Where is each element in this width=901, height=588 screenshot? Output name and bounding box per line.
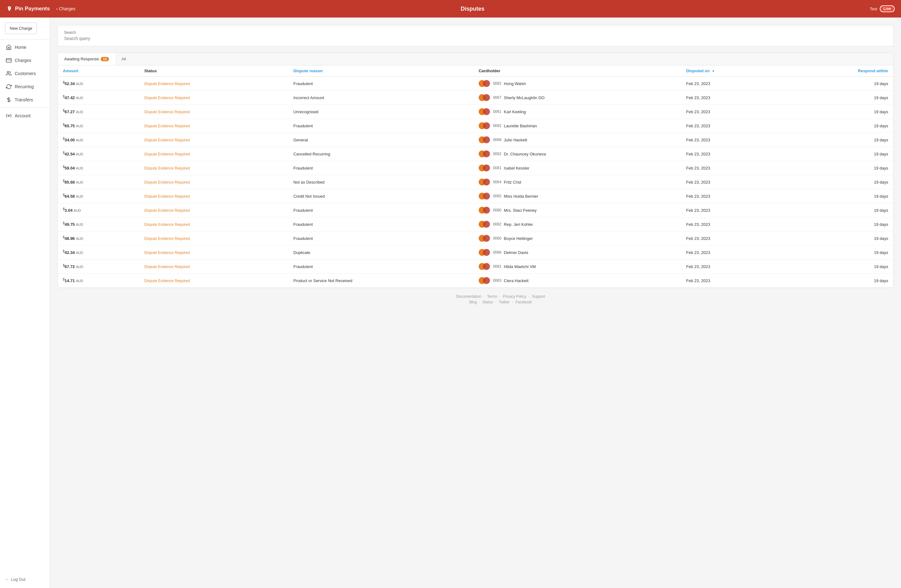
cell-date: Feb 23, 2023 bbox=[681, 189, 785, 203]
cell-cardholder: 0068 Julio Hackett bbox=[474, 133, 681, 147]
svg-point-4 bbox=[8, 115, 10, 117]
col-amount[interactable]: Amount bbox=[58, 65, 139, 77]
cardholder-name: Julio Hackett bbox=[504, 138, 527, 142]
tab-awaiting-response[interactable]: Awaiting Response 15 bbox=[58, 53, 115, 65]
footer-link-terms[interactable]: Terms bbox=[487, 294, 497, 299]
sidebar-label-customers: Customers bbox=[15, 71, 36, 76]
table-row[interactable]: $48.96 AUD Dispute Evidence Required Fra… bbox=[58, 232, 893, 246]
live-badge[interactable]: Live bbox=[880, 5, 895, 12]
cell-status: Dispute Evidence Required bbox=[139, 105, 288, 119]
cell-status: Dispute Evidence Required bbox=[139, 161, 288, 175]
table-row[interactable]: $47.42 AUD Dispute Evidence Required Inc… bbox=[58, 91, 893, 105]
footer-link-facebook[interactable]: Facebook bbox=[515, 300, 532, 304]
brand-logo[interactable]: Pin Payments bbox=[6, 6, 50, 12]
status-link[interactable]: Dispute Evidence Required bbox=[144, 166, 190, 170]
cell-date: Feb 23, 2023 bbox=[681, 91, 785, 105]
back-chevron-icon: ‹ bbox=[56, 6, 58, 11]
footer-link-status[interactable]: Status bbox=[482, 300, 493, 304]
cell-reason: Incorrect Amount bbox=[288, 91, 474, 105]
card-icon-front bbox=[483, 179, 490, 185]
status-link[interactable]: Dispute Evidence Required bbox=[144, 236, 190, 241]
footer-link-support[interactable]: Support bbox=[532, 294, 545, 299]
cell-reason: Fraudulent bbox=[288, 119, 474, 133]
table-row[interactable]: $59.04 AUD Dispute Evidence Required Fra… bbox=[58, 161, 893, 175]
cell-respond: 19 days bbox=[785, 246, 893, 260]
sidebar-divider-2 bbox=[0, 107, 50, 108]
sidebar-item-transfers[interactable]: Transfers bbox=[0, 93, 50, 106]
table-row[interactable]: $42.34 AUD Dispute Evidence Required Dup… bbox=[58, 246, 893, 260]
table-row[interactable]: $14.71 AUD Dispute Evidence Required Pro… bbox=[58, 274, 893, 288]
sidebar-item-charges[interactable]: Charges bbox=[0, 54, 50, 67]
cell-status: Dispute Evidence Required bbox=[139, 147, 288, 161]
table-row[interactable]: $67.72 AUD Dispute Evidence Required Fra… bbox=[58, 260, 893, 274]
table-row[interactable]: $64.58 AUD Dispute Evidence Required Cre… bbox=[58, 189, 893, 203]
tab-all[interactable]: All bbox=[115, 53, 132, 65]
table-row[interactable]: $3.04 AUD Dispute Evidence Required Frau… bbox=[58, 203, 893, 217]
search-label: Search bbox=[64, 30, 887, 35]
cardholder-id: 0067 bbox=[493, 95, 502, 100]
table-row[interactable]: $85.68 AUD Dispute Evidence Required Not… bbox=[58, 175, 893, 189]
cardholder-name: Laurette Bashirian bbox=[504, 124, 537, 128]
cell-date: Feb 23, 2023 bbox=[681, 147, 785, 161]
cell-respond: 19 days bbox=[785, 217, 893, 232]
col-disputed-on[interactable]: Disputed on ▼ bbox=[681, 65, 785, 77]
logout-button[interactable]: ← Log Out bbox=[5, 577, 45, 582]
table-row[interactable]: $49.75 AUD Dispute Evidence Required Fra… bbox=[58, 217, 893, 232]
cell-respond: 19 days bbox=[785, 175, 893, 189]
table-row[interactable]: $52.34 AUD Dispute Evidence Required Fra… bbox=[58, 77, 893, 91]
footer-link-privacy[interactable]: Privacy Policy bbox=[503, 294, 526, 299]
card-icon-front bbox=[483, 165, 490, 171]
status-link[interactable]: Dispute Evidence Required bbox=[144, 250, 190, 255]
topnav-center: Disputes bbox=[75, 6, 870, 12]
cardholder-name: Rep. Jeri Kohler bbox=[504, 222, 533, 227]
footer-row-1: Documentation · Terms · Privacy Policy ·… bbox=[114, 294, 887, 299]
table-row[interactable]: $67.27 AUD Dispute Evidence Required Unr… bbox=[58, 105, 893, 119]
new-charge-button[interactable]: New Charge bbox=[5, 23, 37, 34]
status-link[interactable]: Dispute Evidence Required bbox=[144, 264, 190, 269]
cell-cardholder: 0061 Karl Keeling bbox=[474, 105, 681, 119]
table-row[interactable]: $42.54 AUD Dispute Evidence Required Can… bbox=[58, 147, 893, 161]
cardholder-id: 0062 bbox=[493, 152, 502, 156]
status-link[interactable]: Dispute Evidence Required bbox=[144, 208, 190, 213]
table-row[interactable]: $65.75 AUD Dispute Evidence Required Fra… bbox=[58, 119, 893, 133]
cell-date: Feb 23, 2023 bbox=[681, 260, 785, 274]
search-input[interactable] bbox=[64, 36, 887, 41]
status-link[interactable]: Dispute Evidence Required bbox=[144, 194, 190, 199]
back-button[interactable]: ‹ Charges bbox=[56, 6, 76, 11]
footer-link-blog[interactable]: Blog bbox=[469, 300, 477, 304]
cell-amount: $47.42 AUD bbox=[58, 91, 139, 105]
status-link[interactable]: Dispute Evidence Required bbox=[144, 138, 190, 142]
card-icon-front bbox=[483, 151, 490, 157]
cardholder-id: 0064 bbox=[493, 180, 502, 184]
cell-respond: 19 days bbox=[785, 133, 893, 147]
cell-reason: Fraudulent bbox=[288, 232, 474, 246]
svg-rect-0 bbox=[6, 59, 12, 62]
sidebar-item-home[interactable]: Home bbox=[0, 40, 50, 54]
sidebar-item-customers[interactable]: Customers bbox=[0, 67, 50, 80]
footer-link-twitter[interactable]: Twitter bbox=[499, 300, 510, 304]
cell-reason: Duplicate bbox=[288, 246, 474, 260]
status-link[interactable]: Dispute Evidence Required bbox=[144, 278, 190, 283]
recurring-icon bbox=[6, 84, 12, 89]
table-row[interactable]: $34.00 AUD Dispute Evidence Required Gen… bbox=[58, 133, 893, 147]
cell-respond: 19 days bbox=[785, 119, 893, 133]
cell-amount: $3.04 AUD bbox=[58, 203, 139, 217]
sidebar-item-recurring[interactable]: Recurring bbox=[0, 80, 50, 93]
sidebar-label-charges: Charges bbox=[15, 58, 31, 63]
card-icon-front bbox=[483, 263, 490, 270]
status-link[interactable]: Dispute Evidence Required bbox=[144, 110, 190, 114]
status-link[interactable]: Dispute Evidence Required bbox=[144, 96, 190, 100]
col-reason[interactable]: Dispute reason bbox=[288, 65, 474, 77]
footer-link-documentation[interactable]: Documentation bbox=[456, 294, 482, 299]
status-link[interactable]: Dispute Evidence Required bbox=[144, 180, 190, 185]
customers-icon bbox=[6, 71, 12, 76]
status-link[interactable]: Dispute Evidence Required bbox=[144, 124, 190, 128]
cell-date: Feb 23, 2023 bbox=[681, 133, 785, 147]
cardholder-id: 0066 bbox=[493, 250, 502, 255]
col-respond-within[interactable]: Respond within bbox=[785, 65, 893, 77]
sidebar-item-account[interactable]: Account bbox=[0, 109, 50, 122]
status-link[interactable]: Dispute Evidence Required bbox=[144, 222, 190, 227]
status-link[interactable]: Dispute Evidence Required bbox=[144, 152, 190, 156]
cell-respond: 19 days bbox=[785, 161, 893, 175]
status-link[interactable]: Dispute Evidence Required bbox=[144, 82, 190, 86]
